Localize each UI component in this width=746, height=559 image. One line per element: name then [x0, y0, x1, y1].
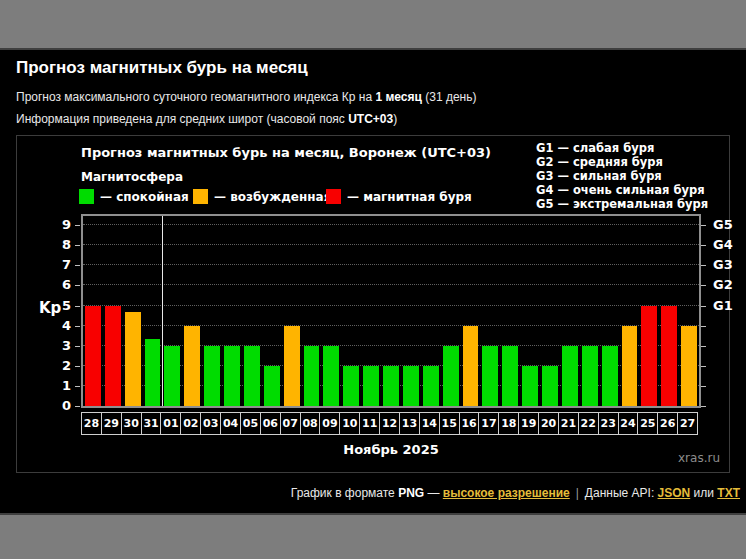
subtitle-forecast-suffix: (31 день): [422, 90, 477, 104]
y-tick-left: [75, 245, 80, 246]
y-tick-right: [701, 265, 706, 266]
bar-day-22: [582, 346, 598, 406]
g-scale-line-5: G5 — экстремальная буря: [536, 197, 708, 211]
day-label-28: 28: [81, 412, 102, 435]
legend-swatch-icon: [79, 189, 94, 204]
y-tick-right: [701, 225, 706, 226]
bar-day-07: [284, 326, 300, 406]
day-label-30: 30: [121, 412, 142, 435]
bar-day-27: [681, 326, 697, 406]
y-tick-left: [75, 386, 80, 387]
y-tick-label-0: 0: [45, 398, 71, 413]
bar-day-10: [343, 366, 359, 406]
y-tick-left: [75, 225, 80, 226]
y-tick-label-3: 3: [45, 338, 71, 353]
day-label-12: 12: [379, 412, 400, 435]
subtitle-latitude: Информация приведена для средних широт (…: [16, 112, 397, 126]
day-label-13: 13: [399, 412, 420, 435]
bar-day-20: [542, 366, 558, 406]
bar-day-13: [403, 366, 419, 406]
bar-day-06: [264, 366, 280, 406]
bar-day-26: [661, 306, 677, 407]
legend-item-1: — возбужденная: [193, 189, 331, 205]
footer-text-format: График в формате: [291, 486, 398, 500]
chart-title: Прогноз магнитных бурь на месяц, Воронеж…: [81, 145, 491, 160]
day-label-05: 05: [240, 412, 261, 435]
y-tick-right: [701, 386, 706, 387]
bar-day-18: [502, 346, 518, 406]
footer-links: График в формате PNG — высокое разрешени…: [291, 486, 740, 500]
footer-text-api: Данные API:: [585, 486, 658, 500]
g-level-label-G4: G4: [713, 237, 733, 252]
day-label-29: 29: [101, 412, 122, 435]
y-tick-left: [75, 265, 80, 266]
bar-day-21: [562, 346, 578, 406]
bar-day-09: [323, 346, 339, 406]
day-label-06: 06: [260, 412, 281, 435]
bar-day-23: [602, 346, 618, 406]
legend-label: — спокойная: [100, 190, 189, 204]
day-label-25: 25: [637, 412, 658, 435]
y-tick-right: [701, 346, 706, 347]
day-label-21: 21: [558, 412, 579, 435]
subtitle-forecast: Прогноз максимального суточного геомагни…: [16, 90, 476, 104]
g-scale-legend: G1 — слабая буряG2 — средняя буряG3 — си…: [536, 141, 708, 211]
bar-day-16: [463, 326, 479, 406]
day-label-23: 23: [598, 412, 619, 435]
day-label-14: 14: [419, 412, 440, 435]
top-gray-band: [0, 0, 746, 50]
day-label-04: 04: [220, 412, 241, 435]
chart-panel: Прогноз магнитных бурь на месяц, Воронеж…: [16, 135, 730, 473]
bar-day-24: [622, 326, 638, 406]
month-separator-line: [162, 216, 163, 406]
legend-label: — магнитная буря: [347, 190, 472, 204]
bar-day-11: [363, 366, 379, 406]
y-tick-right: [701, 326, 706, 327]
gridline-kp-5: [83, 305, 699, 306]
y-tick-right: [701, 285, 706, 286]
y-tick-right: [701, 306, 706, 307]
hires-link[interactable]: высокое разрешение: [443, 486, 570, 500]
bar-day-17: [482, 346, 498, 406]
subtitle-latitude-bold: UTC+03: [348, 112, 393, 126]
legend-swatch-icon: [193, 189, 208, 204]
footer-dash: —: [424, 486, 443, 500]
y-tick-left: [75, 285, 80, 286]
gridline-kp-6: [83, 284, 699, 285]
y-tick-label-4: 4: [45, 318, 71, 333]
bar-day-01: [164, 346, 180, 406]
legend-swatch-icon: [326, 189, 341, 204]
day-label-11: 11: [359, 412, 380, 435]
g-level-label-G5: G5: [713, 217, 733, 232]
y-tick-label-2: 2: [45, 358, 71, 373]
day-label-01: 01: [160, 412, 181, 435]
day-label-24: 24: [618, 412, 639, 435]
y-tick-left: [75, 306, 80, 307]
legend-item-2: — магнитная буря: [326, 189, 472, 205]
txt-link[interactable]: TXT: [717, 486, 740, 500]
page: { "header": { "title": "Прогноз магнитны…: [0, 0, 746, 559]
day-label-08: 08: [300, 412, 321, 435]
page-title: Прогноз магнитных бурь на месяц: [16, 58, 308, 78]
gridline-kp-9: [83, 224, 699, 225]
g-level-label-G1: G1: [713, 298, 733, 313]
footer-separator: |: [570, 486, 585, 500]
y-tick-label-7: 7: [45, 257, 71, 272]
day-label-27: 27: [677, 412, 698, 435]
day-label-15: 15: [439, 412, 460, 435]
y-tick-left: [75, 346, 80, 347]
g-scale-line-4: G4 — очень сильная буря: [536, 183, 708, 197]
day-label-10: 10: [339, 412, 360, 435]
plot-inner: [83, 216, 699, 406]
y-tick-label-5: 5: [45, 298, 71, 313]
legend-item-0: — спокойная: [79, 189, 189, 205]
gridline-kp-7: [83, 264, 699, 265]
day-label-03: 03: [200, 412, 221, 435]
y-tick-right: [701, 245, 706, 246]
bottom-gray-band: [0, 513, 746, 559]
x-axis-title: Ноябрь 2025: [81, 442, 701, 457]
json-link[interactable]: JSON: [658, 486, 691, 500]
y-tick-label-9: 9: [45, 217, 71, 232]
subtitle-forecast-bold: 1 месяц: [375, 90, 421, 104]
legend-label: — возбужденная: [214, 190, 331, 204]
